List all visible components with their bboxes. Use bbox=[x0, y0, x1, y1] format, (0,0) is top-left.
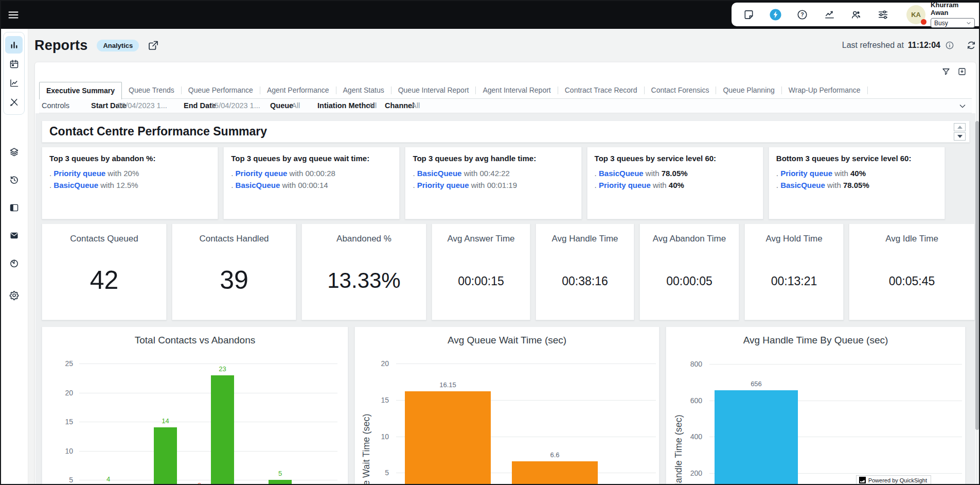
y-tick-label: 400 bbox=[666, 432, 702, 441]
queue-link[interactable]: BasicQueue bbox=[236, 181, 280, 189]
chart-bar[interactable] bbox=[154, 427, 177, 485]
insight-line: . BasicQueue with 00:42:22 bbox=[413, 167, 574, 179]
gear-icon bbox=[9, 290, 20, 301]
avatar[interactable]: KA bbox=[906, 5, 925, 24]
kpi-card-abandoned: Abandoned %13.33% bbox=[301, 223, 426, 320]
sidebar-item-pie[interactable] bbox=[5, 254, 23, 272]
queue-link[interactable]: Priority queue bbox=[780, 169, 832, 178]
bar-value-label: 656 bbox=[715, 380, 798, 388]
chart-bar[interactable] bbox=[405, 391, 491, 485]
filter-value-end-date[interactable]: 15/04/2023 1... bbox=[210, 101, 260, 110]
status-select[interactable]: Busy bbox=[931, 18, 975, 28]
controls-expand-icon[interactable] bbox=[958, 102, 967, 110]
chevron-down-icon bbox=[966, 21, 971, 26]
bar-value-label: 5 bbox=[269, 470, 292, 477]
sidebar-item-design[interactable] bbox=[5, 93, 23, 111]
tab-agent-status[interactable]: Agent Status bbox=[336, 82, 391, 98]
report-panel: Executive SummaryQueue TrendsQueue Perfo… bbox=[34, 62, 976, 485]
chart-bar[interactable] bbox=[715, 390, 798, 485]
chart-bar[interactable] bbox=[269, 480, 292, 485]
tab-agent-interval-report[interactable]: Agent Interval Report bbox=[476, 82, 557, 98]
help-icon[interactable]: ? bbox=[793, 4, 812, 25]
scroll-up-button[interactable] bbox=[954, 123, 966, 131]
sidebar-item-window[interactable] bbox=[5, 199, 23, 216]
filter-label-intiation-method[interactable]: Intiation Method bbox=[317, 101, 375, 110]
y-tick-label: 20 bbox=[355, 359, 389, 368]
chart-bar[interactable] bbox=[211, 375, 234, 485]
queue-link[interactable]: BasicQueue bbox=[417, 169, 462, 178]
queue-link[interactable]: BasicQueue bbox=[54, 181, 98, 189]
last-refreshed-label: Last refreshed at bbox=[842, 41, 904, 50]
insight-card: Bottom 3 queues by service level 60:. Pr… bbox=[769, 147, 945, 219]
bullet-dot: . bbox=[595, 169, 599, 178]
sidebar-item-calendar[interactable] bbox=[5, 55, 23, 73]
tab-queue-interval-report[interactable]: Queue Interval Report bbox=[391, 82, 476, 98]
queue-link[interactable]: BasicQueue bbox=[780, 181, 825, 189]
notes-icon[interactable] bbox=[739, 4, 758, 25]
sidebar-item-layers[interactable] bbox=[5, 143, 23, 161]
filter-value-start-date[interactable]: 09/04/2023 1... bbox=[117, 101, 167, 110]
tab-queue-planning[interactable]: Queue Planning bbox=[716, 82, 781, 98]
sidebar-item-reports[interactable] bbox=[5, 36, 23, 54]
tab-separator bbox=[867, 86, 868, 94]
bullet-dot: . bbox=[413, 169, 417, 178]
report-tabs: Executive SummaryQueue TrendsQueue Perfo… bbox=[39, 82, 972, 99]
insight-value: 12.5% bbox=[116, 181, 138, 189]
filter-value-queue[interactable]: All bbox=[292, 101, 300, 110]
insight-line: . Priority queue with 00:00:28 bbox=[231, 167, 392, 179]
sidebar-item-mail[interactable] bbox=[5, 227, 23, 244]
kpi-cards: Contacts Queued42Contacts Handled39Aband… bbox=[42, 223, 975, 320]
export-icon[interactable] bbox=[957, 67, 967, 76]
insight-card: Top 3 queues by avg handle time:. BasicQ… bbox=[405, 147, 581, 219]
menu-icon[interactable] bbox=[7, 9, 20, 21]
sidebar-item-settings[interactable] bbox=[5, 286, 23, 304]
chart-title: Avg Handle Time By Queue (sec) bbox=[666, 335, 965, 346]
preferences-icon[interactable] bbox=[874, 4, 893, 25]
flash-icon[interactable] bbox=[765, 4, 785, 25]
tab-executive-summary[interactable]: Executive Summary bbox=[39, 82, 122, 99]
kpi-label: Contacts Handled bbox=[172, 234, 296, 244]
y-tick-label: 5 bbox=[355, 469, 389, 477]
user-block: Khurram Awan Busy bbox=[931, 1, 976, 28]
tab-contact-forensics[interactable]: Contact Forensics bbox=[645, 82, 716, 98]
kpi-value: 39 bbox=[172, 265, 296, 295]
scroll-down-button[interactable] bbox=[954, 132, 966, 141]
tab-wrap-up-performance[interactable]: Wrap-Up Performance bbox=[782, 82, 867, 98]
y-tick-label: 600 bbox=[666, 396, 702, 405]
insight-value: 78.05% bbox=[843, 181, 869, 189]
filter-icon[interactable] bbox=[941, 67, 951, 76]
bullet-dot: . bbox=[413, 181, 417, 189]
tab-queue-trends[interactable]: Queue Trends bbox=[122, 82, 181, 98]
tab-contract-trace-record[interactable]: Contract Trace Record bbox=[558, 82, 644, 98]
queue-link[interactable]: Priority queue bbox=[54, 169, 105, 178]
queue-link[interactable]: Priority queue bbox=[236, 169, 288, 178]
external-link-icon[interactable] bbox=[147, 39, 159, 51]
kpi-value: 00:00:05 bbox=[640, 274, 739, 288]
insight-line: . Priority queue with 20% bbox=[49, 167, 210, 179]
queue-link[interactable]: BasicQueue bbox=[599, 169, 644, 178]
info-icon[interactable] bbox=[945, 40, 955, 50]
controls-label: Controls bbox=[42, 101, 69, 110]
refresh-icon[interactable] bbox=[966, 40, 976, 50]
tab-queue-performance[interactable]: Queue Performance bbox=[182, 82, 260, 98]
svg-text:?: ? bbox=[801, 11, 804, 17]
chart-bar[interactable] bbox=[512, 461, 598, 485]
gridline bbox=[79, 393, 337, 393]
metrics-icon[interactable] bbox=[819, 4, 839, 25]
gridline bbox=[79, 451, 337, 452]
sidebar-item-history[interactable] bbox=[5, 171, 23, 188]
agents-icon[interactable] bbox=[846, 4, 866, 25]
filter-label-channel[interactable]: Channel bbox=[385, 101, 414, 110]
vertical-scrollbar[interactable] bbox=[975, 121, 979, 430]
sheet-title: Contact Centre Performance Summary bbox=[49, 125, 267, 138]
queue-link[interactable]: Priority queue bbox=[417, 181, 469, 189]
sidebar-item-analytics[interactable] bbox=[5, 74, 23, 92]
insight-line: . BasicQueue with 12.5% bbox=[49, 179, 210, 191]
filter-value-intiation-method[interactable]: All bbox=[368, 101, 377, 110]
filter-label-queue[interactable]: Queue bbox=[270, 101, 293, 110]
queue-link[interactable]: Priority queue bbox=[599, 181, 651, 189]
tab-agent-performance[interactable]: Agent Performance bbox=[260, 82, 336, 98]
filter-value-channel[interactable]: All bbox=[412, 101, 420, 110]
gridline bbox=[79, 422, 337, 422]
kpi-label: Avg Idle Time bbox=[849, 234, 974, 244]
